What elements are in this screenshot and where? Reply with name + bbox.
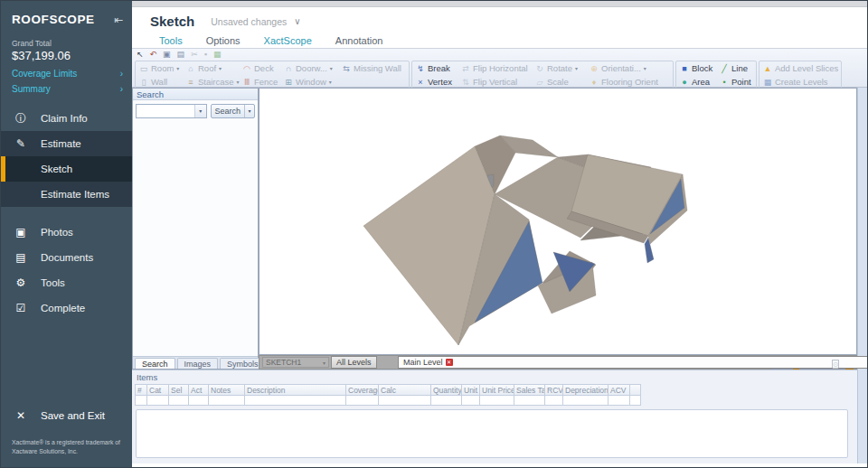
toolbar-button[interactable]: ●Area (678, 76, 718, 89)
cursor-icon[interactable]: ↖ (137, 51, 144, 59)
items-empty-row (135, 396, 848, 406)
toolbar-button[interactable]: ⇄Flip Horizontal (459, 62, 533, 75)
search-results-area (133, 122, 258, 356)
toolbar-button[interactable]: ▯Wall (137, 76, 184, 89)
sidebar-nav-item[interactable]: Estimate Items (1, 182, 132, 207)
header-tab[interactable]: Tools (159, 35, 183, 48)
toolbar-button[interactable]: ◠Deck (241, 62, 282, 75)
lock-icon[interactable]: ▪ (204, 51, 207, 59)
sketch-selector[interactable]: SKETCH1 ▾ (262, 357, 329, 368)
trademark-text: Xactimate® is a registered trademark of … (12, 438, 127, 456)
items-column-header[interactable]: Depreciation (563, 384, 609, 396)
items-empty-area (136, 409, 848, 458)
toolbar-button[interactable]: ⊕Orientati...▾ (588, 62, 671, 75)
documents-icon: ▤ (1, 251, 41, 264)
undo-icon[interactable]: ↶ (150, 51, 157, 59)
collapse-sidebar-icon[interactable]: ⇤ (114, 14, 123, 26)
items-column-header[interactable]: Cat (147, 384, 169, 396)
sidebar: ROOFSCOPE ⇤ Grand Total $37,199.06 Cover… (1, 1, 132, 467)
copy-icon[interactable]: ▣ (163, 51, 171, 59)
combo-dropdown-icon[interactable]: ▾ (194, 105, 206, 117)
toolbar-button[interactable]: ×Vertex (414, 76, 459, 89)
toolbar-button[interactable]: ▱Scale (533, 76, 588, 89)
sidebar-nav-item[interactable]: ✎ Estimate (1, 131, 132, 156)
search-button[interactable]: Search ▾ (211, 104, 255, 118)
items-column-header[interactable]: Unit Price (480, 384, 514, 396)
toolbar-button[interactable]: ⌂Roof▾ (184, 62, 241, 75)
pencil-icon: ✎ (1, 137, 41, 150)
sketch-toolbar: ↖↶▣▤✂▪▦ ▭Room▾⌂Roof▾◠Deck∩Doorw...▾⇆Miss… (132, 48, 868, 88)
sketch-canvas[interactable] (259, 88, 857, 355)
toolbar-button[interactable]: ⇅Flip Vertical (459, 76, 533, 89)
sidebar-nav-item[interactable]: ☑ Complete (1, 295, 132, 321)
items-column-header[interactable]: Coverage (346, 384, 379, 396)
toolbar-button[interactable]: ■Block (678, 62, 718, 75)
sidebar-nav-item[interactable]: ▤ Documents (1, 245, 132, 270)
cut-icon[interactable]: ✂ (191, 51, 198, 59)
toolbar-button[interactable]: ↻Rotate▾ (533, 62, 588, 75)
level-tab-main[interactable]: Main Level ✕ (398, 356, 868, 369)
close-level-icon[interactable]: ✕ (446, 359, 453, 366)
toolbar-button[interactable]: ⇆Missing Wall (340, 62, 407, 75)
roofscope-window: ROOFSCOPE ⇤ Grand Total $37,199.06 Cover… (0, 0, 868, 468)
toolbar-button[interactable]: ♦Flooring Orient (588, 76, 671, 89)
grand-total-value: $37,199.06 (1, 48, 132, 66)
grand-total-label: Grand Total (1, 35, 132, 48)
chevron-down-icon[interactable]: ∨ (294, 16, 300, 26)
items-column-header[interactable]: # (135, 384, 147, 396)
items-column-header[interactable]: Sales Tax (514, 384, 545, 396)
chevron-right-icon: › (120, 69, 123, 79)
search-panel-tab[interactable]: Images (177, 358, 219, 369)
sidebar-nav-item[interactable]: ⓘ Claim Info (1, 106, 132, 131)
items-column-header[interactable]: Quantity (431, 384, 462, 396)
chevron-right-icon: › (120, 84, 123, 94)
toolbar-button[interactable]: ↯Break (414, 62, 459, 75)
search-panel: Search ▾ Search ▾ SearchImagesSymbols (132, 88, 259, 370)
image-icon[interactable]: ▦ (213, 51, 222, 59)
paste-icon[interactable]: ▤ (177, 51, 185, 59)
header-tab[interactable]: Annotation (335, 35, 383, 48)
toolbar-button[interactable]: •Point (718, 76, 754, 89)
toolbar-button[interactable]: ⅢFence (241, 76, 282, 89)
zoom-extents-icon[interactable]: ⊙ (832, 360, 840, 370)
search-options-caret-icon[interactable]: ▾ (244, 105, 254, 117)
items-column-header[interactable]: ACV (609, 384, 630, 396)
items-column-header[interactable] (630, 384, 641, 396)
items-column-header[interactable]: Description (245, 384, 346, 396)
toolbar-button[interactable]: ∩Doorw...▾ (282, 62, 340, 75)
items-column-header[interactable]: Act (189, 384, 209, 396)
search-panel-tab[interactable]: Search (135, 358, 175, 369)
header-tab[interactable]: Options (206, 35, 241, 48)
sidebar-nav-item[interactable]: ▣ Photos (1, 220, 132, 245)
toolbar-button[interactable]: ▭Room▾ (137, 62, 184, 75)
toolbar-button[interactable]: ▲Add Level Slices (761, 62, 839, 75)
toolbar-button[interactable]: ≡Staircase▾ (184, 76, 241, 89)
save-and-exit-button[interactable]: ✕ Save and Exit (1, 404, 132, 427)
toolbar-button[interactable]: ▦Create Levels (761, 76, 839, 89)
roof-model (259, 89, 858, 356)
items-column-header[interactable]: Calc (379, 384, 431, 396)
items-panel-label: Items (135, 372, 857, 384)
search-input[interactable]: ▾ (136, 104, 207, 118)
toolbar-button[interactable]: ╱Line (718, 62, 754, 75)
sidebar-nav-item[interactable]: ⚙ Tools (1, 270, 132, 295)
app-logo: ROOFSCOPE (12, 13, 95, 26)
toolbar-button[interactable]: ⊞Window▾ (282, 76, 340, 89)
page-title: Sketch (150, 14, 194, 29)
wrench-icon: ⚙ (1, 276, 41, 289)
items-column-header[interactable]: Sel (169, 384, 189, 396)
close-icon: ✕ (1, 409, 41, 422)
clipboard-check-icon: ☑ (1, 302, 41, 314)
header-tab[interactable]: XactScope (264, 35, 312, 48)
items-column-header[interactable]: RCV (545, 384, 563, 396)
right-margin-strip (857, 88, 868, 463)
sidebar-link[interactable]: Summary › (1, 81, 132, 97)
items-column-header[interactable]: Unit (462, 384, 480, 396)
items-column-header[interactable]: Notes (209, 384, 245, 396)
search-panel-header: Search (133, 89, 258, 100)
photos-icon: ▣ (1, 226, 41, 239)
chevron-down-icon: ▾ (323, 360, 328, 366)
sidebar-link[interactable]: Coverage Limits › (1, 66, 132, 81)
level-tab-all[interactable]: All Levels (331, 356, 377, 369)
sidebar-nav-item[interactable]: Sketch (1, 156, 132, 182)
